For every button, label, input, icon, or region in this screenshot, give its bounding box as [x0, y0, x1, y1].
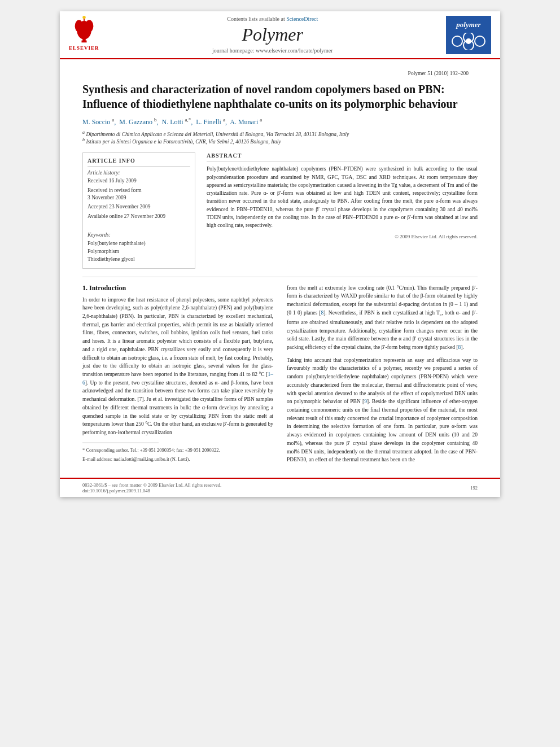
polymer-logo-graphic: [452, 33, 485, 50]
abstract-section: ABSTRACT Poly(butylene/thiodiethylene na…: [207, 152, 478, 268]
keywords-label: Keywords:: [88, 232, 190, 238]
intro-para1: In order to improve the heat resistance …: [82, 296, 273, 437]
intro-para3: Taking into account that copolymerizatio…: [287, 356, 478, 464]
keyword-2: Polymorphism: [88, 247, 190, 255]
affiliations: a Dipartimento di Chimica Applicata e Sc…: [82, 130, 478, 145]
article-title: Synthesis and characterization of novel …: [82, 82, 478, 111]
footnote-email: E-mail address: nadia.lotti@mail.ing.uni…: [82, 456, 273, 463]
sciencedirect-text: Contents lists available at: [227, 16, 285, 22]
article-ref: Polymer 51 (2010) 192–200: [82, 68, 478, 76]
section-divider: [82, 277, 478, 277]
authors-line: M. Soccio a, M. Gazzano b, N. Lotti a,*,…: [82, 117, 478, 126]
abstract-text: Poly(butylene/thiodiethylene naphthalate…: [207, 165, 478, 229]
sciencedirect-link[interactable]: ScienceDirect: [286, 16, 318, 22]
svg-point-7: [452, 36, 462, 46]
journal-center: Contents lists available at ScienceDirec…: [99, 16, 446, 58]
doi-text: doi:10.1016/j.polymer.2009.11.048: [82, 488, 221, 493]
article-info-box: ARTICLE INFO Article history: Received 1…: [82, 152, 195, 268]
journal-header: ELSEVIER Contents lists available at Sci…: [60, 11, 500, 59]
svg-point-9: [475, 36, 485, 46]
keywords-section: Keywords: Poly(butylene naphthalate) Pol…: [88, 232, 190, 264]
author-finelli: L. Finelli: [196, 118, 221, 126]
author-soccio: M. Soccio: [82, 118, 110, 126]
copyright-line: © 2009 Elsevier Ltd. All rights reserved…: [207, 234, 478, 239]
journal-name: Polymer: [99, 24, 446, 45]
author-lotti: N. Lotti: [161, 118, 183, 126]
author-munari: A. Munari: [230, 118, 258, 126]
author-gazzano: M. Gazzano: [119, 118, 152, 126]
footnote-divider: [82, 443, 159, 443]
available-date: Available online 27 November 2009: [88, 213, 190, 220]
body-left-col: 1. Introduction In order to improve the …: [82, 284, 273, 469]
body-right-col: from the melt at extremely low cooling r…: [287, 284, 478, 469]
footnote-star: * Corresponding author. Tel.: +39 051 20…: [82, 447, 273, 454]
history-label: Article history:: [88, 170, 190, 176]
intro-heading: 1. Introduction: [82, 284, 273, 292]
elsevier-tree-icon: [70, 16, 98, 44]
abstract-heading: ABSTRACT: [207, 152, 478, 161]
accepted-date: Accepted 23 November 2009: [88, 203, 190, 211]
article-history: Article history: Received 16 July 2009 R…: [88, 170, 190, 220]
sciencedirect-line: Contents lists available at ScienceDirec…: [99, 16, 446, 22]
body-columns: 1. Introduction In order to improve the …: [82, 284, 478, 469]
svg-point-6: [82, 16, 85, 19]
affiliation-b: b Istituto per la Sintesi Organica e la …: [82, 137, 478, 145]
svg-point-2: [75, 20, 83, 32]
page-content: Polymer 51 (2010) 192–200 Synthesis and …: [60, 59, 500, 478]
journal-page: ELSEVIER Contents lists available at Sci…: [60, 11, 500, 497]
svg-point-11: [466, 38, 471, 44]
copyright-notice: 0032-3861/$ – see front matter © 2009 El…: [82, 482, 221, 488]
svg-rect-4: [81, 41, 86, 43]
received-date: Received 16 July 2009: [88, 177, 190, 185]
elsevier-label: ELSEVIER: [69, 45, 99, 51]
intro-para2: from the melt at extremely low cooling r…: [287, 284, 478, 352]
page-footer: 0032-3861/$ – see front matter © 2009 El…: [60, 478, 500, 497]
journal-homepage: journal homepage: www.elsevier.com/locat…: [99, 47, 446, 54]
revised-date: Received in revised form3 November 2009: [88, 187, 190, 202]
elsevier-logo: ELSEVIER: [69, 16, 99, 55]
page-number: 192: [470, 485, 478, 491]
keyword-1: Poly(butylene naphthalate): [88, 239, 190, 247]
svg-point-3: [85, 20, 94, 32]
article-info-heading: ARTICLE INFO: [88, 158, 190, 167]
polymer-logo-text: polymer: [456, 20, 480, 29]
article-info-abstract-row: ARTICLE INFO Article history: Received 1…: [82, 152, 478, 268]
keyword-3: Thiodiethylene glycol: [88, 255, 190, 263]
polymer-logo-box: polymer: [446, 16, 491, 54]
affiliation-a: a Dipartimento di Chimica Applicata e Sc…: [82, 130, 478, 137]
footer-left: 0032-3861/$ – see front matter © 2009 El…: [82, 482, 221, 493]
